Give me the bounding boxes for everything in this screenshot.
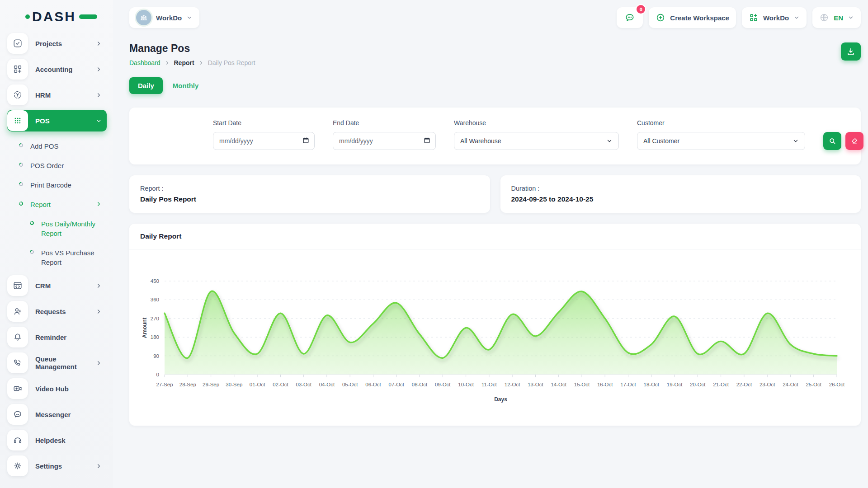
sidebar: DASH ProjectsAccountingHRMPOSAdd POSPOS … xyxy=(0,0,113,488)
logo-dot-icon xyxy=(25,14,30,19)
projects-icon xyxy=(13,38,23,48)
sidebar-subitem-print-barcode[interactable]: Print Barcode xyxy=(7,175,107,195)
create-workspace-label: Create Workspace xyxy=(670,14,729,22)
language-selector[interactable]: EN xyxy=(812,7,861,28)
svg-text:24-Oct: 24-Oct xyxy=(783,382,798,387)
sidebar-subitem-report[interactable]: Report xyxy=(7,195,107,214)
svg-text:29-Sep: 29-Sep xyxy=(203,382,219,387)
sidebar-nav: ProjectsAccountingHRMPOSAdd POSPOS Order… xyxy=(7,33,107,477)
sidebar-subitem-pos-vs-purchase-report[interactable]: Pos VS Purchase Report xyxy=(7,243,107,272)
reminder-icon-box xyxy=(7,327,28,347)
duration-summary-card: Duration : 2024-09-25 to 2024-10-25 xyxy=(500,175,861,213)
svg-text:04-Oct: 04-Oct xyxy=(319,382,335,387)
tab-monthly[interactable]: Monthly xyxy=(173,82,199,89)
globe-icon xyxy=(819,13,829,23)
crm-icon xyxy=(13,281,23,291)
breadcrumb-dashboard[interactable]: Dashboard xyxy=(129,59,160,66)
app-logo[interactable]: DASH xyxy=(7,8,107,33)
sidebar-item-queue-management[interactable]: Queue Management xyxy=(7,352,107,374)
language-label: EN xyxy=(834,14,843,22)
daily-report-area-chart[interactable]: 450360270180900 27-Sep28-Sep29-Sep30-Sep… xyxy=(129,249,861,422)
sidebar-item-pos[interactable]: POS xyxy=(7,110,107,131)
duration-value: 2024-09-25 to 2024-10-25 xyxy=(511,195,850,203)
crm-icon-box xyxy=(7,275,28,296)
sidebar-subitem-pos-daily-monthly-report[interactable]: Pos Daily/Monthly Report xyxy=(7,214,107,243)
video-icon xyxy=(13,384,23,394)
messenger-icon-box xyxy=(7,404,28,425)
sidebar-item-crm[interactable]: CRM xyxy=(7,275,107,296)
svg-text:90: 90 xyxy=(153,353,159,359)
sidebar-item-label: Video Hub xyxy=(35,385,107,393)
customer-select[interactable]: All Customer xyxy=(637,132,805,150)
svg-text:23-Oct: 23-Oct xyxy=(760,382,775,387)
tab-daily[interactable]: Daily xyxy=(129,77,163,94)
bullet-ring-icon xyxy=(18,181,24,187)
warehouse-select[interactable]: All Warehouse xyxy=(454,132,619,150)
sidebar-subitem-pos-order[interactable]: POS Order xyxy=(7,156,107,175)
end-date-input[interactable] xyxy=(333,132,436,150)
sidebar-item-settings[interactable]: Settings xyxy=(7,455,107,477)
svg-text:11-Oct: 11-Oct xyxy=(481,382,497,387)
daily-report-card: Daily Report 450360270180900 27-Sep28-Se… xyxy=(129,224,861,426)
start-date-input[interactable] xyxy=(213,132,315,150)
chevron-right-icon xyxy=(198,60,204,66)
svg-text:08-Oct: 08-Oct xyxy=(412,382,428,387)
report-label: Report : xyxy=(140,185,479,192)
sidebar-item-label: HRM xyxy=(35,91,95,99)
chart-title: Daily Report xyxy=(140,232,181,240)
requests-icon-box xyxy=(7,301,28,322)
svg-text:18-Oct: 18-Oct xyxy=(644,382,660,387)
account-menu-label: WorkDo xyxy=(763,14,789,22)
sidebar-subitem-label: Report xyxy=(30,200,95,209)
svg-text:270: 270 xyxy=(151,316,159,321)
svg-text:17-Oct: 17-Oct xyxy=(620,382,636,387)
create-workspace-button[interactable]: Create Workspace xyxy=(649,7,736,28)
start-date-label: Start Date xyxy=(213,119,315,127)
sidebar-subitem-label: Pos VS Purchase Report xyxy=(41,248,102,267)
bullet-ring-icon xyxy=(18,162,24,168)
svg-text:30-Sep: 30-Sep xyxy=(226,382,242,387)
sidebar-item-hrm[interactable]: HRM xyxy=(7,84,107,106)
hrm-icon xyxy=(13,90,23,100)
area-chart-svg: 450360270180900 27-Sep28-Sep29-Sep30-Sep… xyxy=(140,249,850,420)
sidebar-item-video-hub[interactable]: Video Hub xyxy=(7,378,107,399)
sidebar-item-label: Reminder xyxy=(35,333,107,341)
svg-text:180: 180 xyxy=(151,334,159,340)
svg-text:28-Sep: 28-Sep xyxy=(179,382,196,387)
breadcrumb-report[interactable]: Report xyxy=(174,59,194,66)
svg-text:15-Oct: 15-Oct xyxy=(574,382,590,387)
messenger-button[interactable]: 0 xyxy=(617,7,643,28)
report-mode-tabs: Daily Monthly xyxy=(129,77,861,94)
sidebar-item-projects[interactable]: Projects xyxy=(7,33,107,54)
svg-text:10-Oct: 10-Oct xyxy=(458,382,474,387)
download-report-button[interactable] xyxy=(841,42,861,61)
reset-filter-button[interactable] xyxy=(845,132,863,150)
workspace-switcher[interactable]: WorkDo xyxy=(129,7,199,28)
queue-icon-box xyxy=(7,352,28,373)
sidebar-item-label: Messenger xyxy=(35,411,107,418)
search-button[interactable] xyxy=(823,132,841,150)
chevron-down-icon xyxy=(186,14,193,21)
customer-label: Customer xyxy=(637,119,805,127)
sidebar-item-reminder[interactable]: Reminder xyxy=(7,326,107,348)
sidebar-subitem-label: Add POS xyxy=(30,141,102,151)
bullet-ring-icon xyxy=(29,249,35,255)
sidebar-item-accounting[interactable]: Accounting xyxy=(7,58,107,80)
sidebar-item-helpdesk[interactable]: Helpdesk xyxy=(7,429,107,451)
workspace-name: WorkDo xyxy=(156,14,182,22)
sidebar-item-requests[interactable]: Requests xyxy=(7,300,107,322)
sidebar-submenu: Add POSPOS OrderPrint BarcodeReportPos D… xyxy=(7,136,107,275)
chevron-right-icon xyxy=(95,66,102,73)
svg-text:13-Oct: 13-Oct xyxy=(528,382,543,387)
account-menu[interactable]: WorkDo xyxy=(742,7,807,28)
warehouse-group: Warehouse All Warehouse xyxy=(454,119,619,150)
summary-row: Report : Daily Pos Report Duration : 202… xyxy=(129,175,861,213)
svg-text:09-Oct: 09-Oct xyxy=(435,382,451,387)
sidebar-item-label: Queue Management xyxy=(35,355,95,371)
sidebar-submenu-level2: Pos Daily/Monthly ReportPos VS Purchase … xyxy=(7,214,107,272)
chevron-down-icon xyxy=(793,138,799,144)
svg-text:26-Oct: 26-Oct xyxy=(829,382,845,387)
sidebar-item-label: Settings xyxy=(35,462,95,470)
sidebar-item-messenger[interactable]: Messenger xyxy=(7,404,107,425)
sidebar-subitem-add-pos[interactable]: Add POS xyxy=(7,136,107,156)
